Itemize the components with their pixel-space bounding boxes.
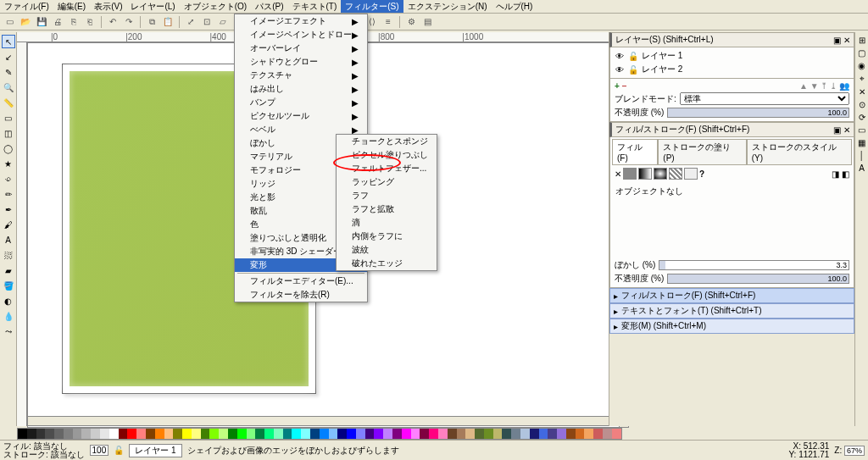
- palette-swatch[interactable]: [136, 429, 146, 439]
- layer-row[interactable]: 👁🔓レイヤー 1: [612, 49, 852, 63]
- palette-swatch[interactable]: [36, 429, 46, 439]
- opacity-field[interactable]: 100: [90, 445, 109, 456]
- palette-swatch[interactable]: [100, 429, 109, 439]
- layer-opacity-slider[interactable]: 100.0: [667, 108, 849, 118]
- import-icon[interactable]: ⎘: [67, 15, 81, 29]
- filter-item-6[interactable]: バンプ▶: [235, 96, 367, 109]
- visibility-icon[interactable]: 👁: [615, 65, 625, 75]
- palette-swatch[interactable]: [493, 429, 503, 439]
- accordion-1[interactable]: ▸テキストとフォント(T) (Shift+Ctrl+T): [609, 303, 854, 319]
- radial-grad-swatch[interactable]: [654, 168, 667, 180]
- palette-swatch[interactable]: [192, 429, 201, 439]
- rect-tool-icon[interactable]: ▭: [2, 111, 15, 125]
- menu-0[interactable]: ファイル(F): [0, 0, 53, 13]
- snap-bbox-icon[interactable]: ▢: [858, 48, 865, 58]
- palette-swatch[interactable]: [64, 429, 73, 439]
- eraser-tool-icon[interactable]: ▰: [2, 263, 15, 277]
- snap-center-icon[interactable]: ⊙: [859, 100, 865, 109]
- palette-swatch[interactable]: [18, 429, 27, 439]
- no-paint-icon[interactable]: ✕: [615, 169, 621, 179]
- palette-swatch[interactable]: [502, 429, 511, 439]
- bezier-tool-icon[interactable]: ✒: [2, 202, 15, 216]
- palette-swatch[interactable]: [310, 429, 320, 439]
- docprops-icon[interactable]: ▤: [420, 15, 434, 29]
- node-tool-icon[interactable]: ↙: [2, 50, 15, 64]
- snap-toggle-icon[interactable]: ⊞: [859, 36, 865, 45]
- zoom-draw-icon[interactable]: ⊡: [200, 15, 214, 29]
- 3dbox-tool-icon[interactable]: ◫: [2, 126, 15, 140]
- distort-item-3[interactable]: ラッピング: [337, 175, 437, 189]
- linear-grad-swatch[interactable]: [638, 168, 652, 180]
- distort-item-1[interactable]: ピクセル塗りつぶし: [337, 148, 437, 162]
- palette-swatch[interactable]: [511, 429, 520, 439]
- print-icon[interactable]: 🖨: [51, 15, 64, 29]
- color-palette[interactable]: [17, 428, 622, 440]
- filter-div-item-1[interactable]: フィルターを除去(R): [235, 288, 367, 302]
- fs-tab-0[interactable]: フィル(F): [612, 139, 658, 164]
- text-tool-icon[interactable]: A: [2, 233, 15, 247]
- open-icon[interactable]: 📂: [19, 15, 32, 29]
- filter-item-4[interactable]: テクスチャ▶: [235, 69, 367, 82]
- palette-swatch[interactable]: [255, 429, 264, 439]
- zoom-field[interactable]: 67%: [844, 446, 865, 456]
- fs-opacity-slider[interactable]: 100.0: [667, 274, 849, 284]
- palette-swatch[interactable]: [593, 429, 603, 439]
- palette-swatch[interactable]: [584, 429, 593, 439]
- snap-rotation-icon[interactable]: ⟳: [859, 113, 865, 122]
- menu-1[interactable]: 編集(E): [53, 0, 90, 13]
- remove-layer-icon[interactable]: −: [622, 81, 627, 91]
- snap-path-icon[interactable]: ⌖: [860, 74, 865, 84]
- active-layer-field[interactable]: レイヤー 1: [129, 444, 181, 457]
- lock-icon[interactable]: 🔓: [628, 52, 638, 61]
- bucket-tool-icon[interactable]: 🪣: [2, 279, 15, 292]
- distort-item-0[interactable]: チョークとスポンジ: [337, 135, 437, 148]
- palette-swatch[interactable]: [484, 429, 493, 439]
- palette-swatch[interactable]: [27, 429, 36, 439]
- zoom-page-icon[interactable]: ▱: [216, 15, 230, 29]
- palette-swatch[interactable]: [228, 429, 237, 439]
- palette-swatch[interactable]: [292, 429, 301, 439]
- palette-swatch[interactable]: [356, 429, 365, 439]
- palette-swatch[interactable]: [127, 429, 136, 439]
- palette-swatch[interactable]: [383, 429, 392, 439]
- scrollbar-horizontal[interactable]: [27, 416, 629, 426]
- palette-swatch[interactable]: [274, 429, 283, 439]
- fill-rule-icons[interactable]: ◨ ◧: [832, 169, 849, 179]
- palette-swatch[interactable]: [548, 429, 557, 439]
- palette-swatch[interactable]: [155, 429, 164, 439]
- zoom-tool-icon[interactable]: 🔍: [2, 80, 15, 94]
- palette-swatch[interactable]: [320, 429, 329, 439]
- palette-swatch[interactable]: [54, 429, 64, 439]
- swatch-swatch[interactable]: [684, 168, 698, 180]
- filter-div-item-0[interactable]: フィルターエディター(E)...: [235, 274, 367, 288]
- gradient-tool-icon[interactable]: ◐: [2, 294, 15, 308]
- palette-swatch[interactable]: [264, 429, 274, 439]
- palette-swatch[interactable]: [374, 429, 383, 439]
- palette-swatch[interactable]: [247, 429, 256, 439]
- palette-swatch[interactable]: [173, 429, 182, 439]
- palette-swatch[interactable]: [73, 429, 82, 439]
- calligraphy-tool-icon[interactable]: 🖌: [2, 218, 15, 231]
- prefs-icon[interactable]: ⚙: [404, 15, 418, 29]
- palette-swatch[interactable]: [429, 429, 438, 439]
- palette-swatch[interactable]: [402, 429, 411, 439]
- unknown-paint-icon[interactable]: ?: [699, 169, 704, 179]
- fs-tab-1[interactable]: ストロークの塗り(P): [658, 139, 746, 164]
- menu-4[interactable]: オブジェクト(O): [180, 0, 251, 13]
- menu-7[interactable]: フィルター(S): [341, 0, 403, 13]
- snap-grid-icon[interactable]: ▦: [858, 138, 865, 147]
- blur-slider[interactable]: 3.3: [659, 260, 849, 270]
- spray-tool-icon[interactable]: ⛆: [2, 248, 15, 262]
- snap-guide-icon[interactable]: │: [859, 151, 864, 160]
- palette-swatch[interactable]: [182, 429, 192, 439]
- filter-item-0[interactable]: イメージエフェクト▶: [235, 14, 367, 28]
- distort-item-6[interactable]: 滴: [337, 216, 437, 230]
- palette-swatch[interactable]: [109, 429, 119, 439]
- zoom-sel-icon[interactable]: ⤢: [184, 15, 198, 29]
- palette-swatch[interactable]: [530, 429, 539, 439]
- filter-item-3[interactable]: シャドウとグロー▶: [235, 55, 367, 69]
- palette-swatch[interactable]: [576, 429, 585, 439]
- palette-swatch[interactable]: [475, 429, 484, 439]
- layer-row[interactable]: 👁🔓レイヤー 2: [612, 63, 852, 76]
- dropper-tool-icon[interactable]: 💧: [2, 309, 15, 323]
